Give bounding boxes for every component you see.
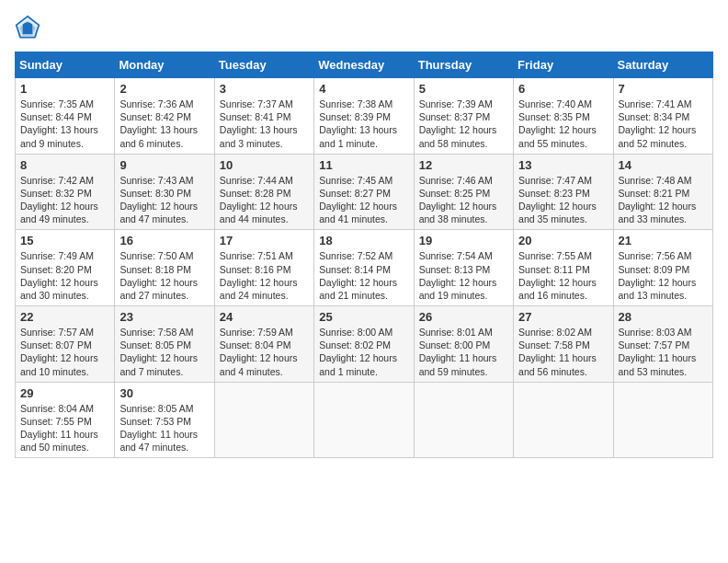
day-info: Sunrise: 7:39 AMSunset: 8:37 PMDaylight:…: [419, 98, 497, 149]
calendar-cell: 13 Sunrise: 7:47 AMSunset: 8:23 PMDaylig…: [514, 154, 613, 230]
calendar-cell: [414, 382, 513, 458]
col-header-saturday: Saturday: [613, 52, 712, 78]
day-number: 3: [220, 82, 309, 96]
calendar-cell: 12 Sunrise: 7:46 AMSunset: 8:25 PMDaylig…: [414, 154, 513, 230]
calendar-cell: 19 Sunrise: 7:54 AMSunset: 8:13 PMDaylig…: [414, 230, 513, 306]
day-number: 17: [220, 234, 309, 247]
logo-icon: [15, 15, 40, 40]
day-number: 19: [419, 234, 508, 247]
day-number: 6: [518, 82, 608, 96]
col-header-monday: Monday: [115, 52, 214, 78]
day-info: Sunrise: 7:48 AMSunset: 8:21 PMDaylight:…: [619, 175, 697, 225]
calendar-cell: 26 Sunrise: 8:01 AMSunset: 8:00 PMDaylig…: [414, 306, 513, 383]
calendar-cell: [314, 382, 414, 458]
day-info: Sunrise: 7:59 AMSunset: 8:04 PMDaylight:…: [220, 327, 298, 377]
calendar-cell: [214, 382, 313, 458]
day-number: 21: [619, 234, 708, 247]
day-info: Sunrise: 7:46 AMSunset: 8:25 PMDaylight:…: [419, 175, 497, 225]
day-info: Sunrise: 7:56 AMSunset: 8:09 PMDaylight:…: [619, 250, 697, 301]
calendar-body: 1 Sunrise: 7:35 AMSunset: 8:44 PMDayligh…: [16, 78, 713, 458]
col-header-wednesday: Wednesday: [314, 52, 414, 78]
calendar-cell: 28 Sunrise: 8:03 AMSunset: 7:57 PMDaylig…: [613, 306, 712, 383]
day-number: 29: [20, 386, 109, 400]
calendar-cell: 4 Sunrise: 7:38 AMSunset: 8:39 PMDayligh…: [314, 78, 414, 155]
calendar-cell: 2 Sunrise: 7:36 AMSunset: 8:42 PMDayligh…: [115, 78, 214, 155]
day-info: Sunrise: 7:41 AMSunset: 8:34 PMDaylight:…: [619, 98, 697, 149]
calendar-cell: 1 Sunrise: 7:35 AMSunset: 8:44 PMDayligh…: [16, 78, 115, 155]
calendar-cell: 23 Sunrise: 7:58 AMSunset: 8:05 PMDaylig…: [115, 306, 214, 383]
day-info: Sunrise: 7:38 AMSunset: 8:39 PMDaylight:…: [319, 98, 397, 149]
calendar-cell: 18 Sunrise: 7:52 AMSunset: 8:14 PMDaylig…: [314, 230, 414, 306]
col-header-thursday: Thursday: [414, 52, 513, 78]
calendar-cell: 24 Sunrise: 7:59 AMSunset: 8:04 PMDaylig…: [214, 306, 313, 383]
day-number: 5: [419, 82, 508, 96]
day-number: 12: [419, 158, 508, 172]
day-info: Sunrise: 7:43 AMSunset: 8:30 PMDaylight:…: [119, 175, 198, 225]
day-number: 10: [220, 158, 309, 172]
day-info: Sunrise: 7:35 AMSunset: 8:44 PMDaylight:…: [20, 98, 98, 149]
calendar-week-row: 22 Sunrise: 7:57 AMSunset: 8:07 PMDaylig…: [16, 306, 713, 383]
day-info: Sunrise: 7:45 AMSunset: 8:27 PMDaylight:…: [319, 175, 397, 225]
calendar-week-row: 1 Sunrise: 7:35 AMSunset: 8:44 PMDayligh…: [16, 78, 713, 155]
day-number: 26: [419, 310, 508, 324]
calendar-header-row: SundayMondayTuesdayWednesdayThursdayFrid…: [16, 52, 713, 78]
day-number: 15: [20, 234, 109, 247]
col-header-tuesday: Tuesday: [214, 52, 313, 78]
calendar-cell: 30 Sunrise: 8:05 AMSunset: 7:53 PMDaylig…: [115, 382, 214, 458]
calendar-cell: 17 Sunrise: 7:51 AMSunset: 8:16 PMDaylig…: [214, 230, 313, 306]
day-info: Sunrise: 7:57 AMSunset: 8:07 PMDaylight:…: [20, 327, 98, 377]
day-info: Sunrise: 8:03 AMSunset: 7:57 PMDaylight:…: [619, 327, 697, 377]
day-number: 28: [619, 310, 708, 324]
day-info: Sunrise: 7:54 AMSunset: 8:13 PMDaylight:…: [419, 250, 497, 301]
day-info: Sunrise: 7:42 AMSunset: 8:32 PMDaylight:…: [20, 175, 98, 225]
day-number: 25: [319, 310, 408, 324]
calendar-table: SundayMondayTuesdayWednesdayThursdayFrid…: [15, 52, 713, 458]
day-info: Sunrise: 7:44 AMSunset: 8:28 PMDaylight:…: [220, 175, 298, 225]
day-number: 24: [220, 310, 309, 324]
calendar-cell: 25 Sunrise: 8:00 AMSunset: 8:02 PMDaylig…: [314, 306, 414, 383]
day-info: Sunrise: 7:49 AMSunset: 8:20 PMDaylight:…: [20, 250, 98, 301]
day-info: Sunrise: 7:51 AMSunset: 8:16 PMDaylight:…: [220, 250, 298, 301]
day-info: Sunrise: 7:40 AMSunset: 8:35 PMDaylight:…: [518, 98, 597, 149]
day-number: 14: [619, 158, 708, 172]
day-number: 16: [119, 234, 209, 247]
calendar-cell: 8 Sunrise: 7:42 AMSunset: 8:32 PMDayligh…: [16, 154, 115, 230]
col-header-friday: Friday: [514, 52, 613, 78]
day-info: Sunrise: 8:02 AMSunset: 7:58 PMDaylight:…: [518, 327, 597, 377]
day-number: 22: [20, 310, 109, 324]
day-info: Sunrise: 7:55 AMSunset: 8:11 PMDaylight:…: [518, 250, 597, 301]
calendar-cell: [613, 382, 712, 458]
calendar-cell: 15 Sunrise: 7:49 AMSunset: 8:20 PMDaylig…: [16, 230, 115, 306]
calendar-week-row: 29 Sunrise: 8:04 AMSunset: 7:55 PMDaylig…: [16, 382, 713, 458]
day-number: 23: [119, 310, 209, 324]
calendar-cell: 10 Sunrise: 7:44 AMSunset: 8:28 PMDaylig…: [214, 154, 313, 230]
calendar-cell: 5 Sunrise: 7:39 AMSunset: 8:37 PMDayligh…: [414, 78, 513, 155]
calendar-cell: 14 Sunrise: 7:48 AMSunset: 8:21 PMDaylig…: [613, 154, 712, 230]
calendar-cell: 27 Sunrise: 8:02 AMSunset: 7:58 PMDaylig…: [514, 306, 613, 383]
day-number: 27: [518, 310, 608, 324]
day-number: 18: [319, 234, 408, 247]
day-info: Sunrise: 7:47 AMSunset: 8:23 PMDaylight:…: [518, 175, 597, 225]
day-info: Sunrise: 7:58 AMSunset: 8:05 PMDaylight:…: [119, 327, 198, 377]
day-info: Sunrise: 7:50 AMSunset: 8:18 PMDaylight:…: [119, 250, 198, 301]
day-number: 13: [518, 158, 608, 172]
day-info: Sunrise: 8:01 AMSunset: 8:00 PMDaylight:…: [419, 327, 497, 377]
calendar-week-row: 15 Sunrise: 7:49 AMSunset: 8:20 PMDaylig…: [16, 230, 713, 306]
logo: [15, 15, 44, 40]
day-number: 11: [319, 158, 408, 172]
day-info: Sunrise: 7:36 AMSunset: 8:42 PMDaylight:…: [119, 98, 198, 149]
day-number: 7: [619, 82, 708, 96]
calendar-cell: 20 Sunrise: 7:55 AMSunset: 8:11 PMDaylig…: [514, 230, 613, 306]
calendar-cell: 7 Sunrise: 7:41 AMSunset: 8:34 PMDayligh…: [613, 78, 712, 155]
day-number: 2: [119, 82, 209, 96]
day-number: 30: [119, 386, 209, 400]
day-info: Sunrise: 7:52 AMSunset: 8:14 PMDaylight:…: [319, 250, 397, 301]
calendar-cell: 11 Sunrise: 7:45 AMSunset: 8:27 PMDaylig…: [314, 154, 414, 230]
calendar-cell: 6 Sunrise: 7:40 AMSunset: 8:35 PMDayligh…: [514, 78, 613, 155]
day-info: Sunrise: 8:05 AMSunset: 7:53 PMDaylight:…: [119, 403, 198, 454]
day-number: 8: [20, 158, 109, 172]
day-info: Sunrise: 8:00 AMSunset: 8:02 PMDaylight:…: [319, 327, 397, 377]
day-number: 1: [20, 82, 109, 96]
day-number: 4: [319, 82, 408, 96]
day-number: 20: [518, 234, 608, 247]
